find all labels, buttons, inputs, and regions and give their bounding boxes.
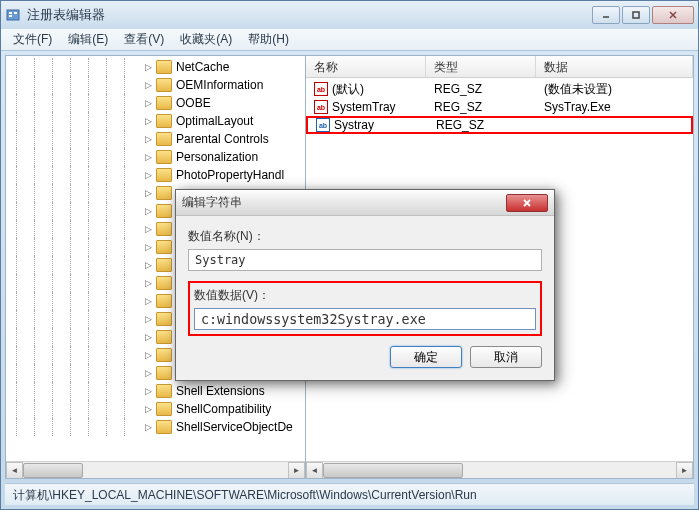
tree-item[interactable]: ▷NetCache [8,58,303,76]
tree-hscrollbar[interactable]: ◄ ► [6,461,305,478]
tree-label: OOBE [176,96,211,110]
expander-icon[interactable]: ▷ [142,241,154,253]
expander-icon[interactable]: ▷ [142,169,154,181]
list-row[interactable]: abSystemTrayREG_SZSysTray.Exe [306,98,693,116]
list-header: 名称 类型 数据 [306,56,693,78]
expander-icon[interactable]: ▷ [142,421,154,433]
string-value-icon: ab [314,100,328,114]
folder-icon [156,420,172,434]
folder-icon [156,204,172,218]
svg-rect-3 [14,12,17,14]
svg-rect-2 [9,15,12,17]
value-data-input[interactable] [194,308,536,330]
app-icon [5,7,21,23]
list-row[interactable]: ab(默认)REG_SZ(数值未设置) [306,80,693,98]
tree-label: Personalization [176,150,258,164]
menu-help[interactable]: 帮助(H) [240,29,297,50]
dialog-titlebar[interactable]: 编辑字符串 [176,190,554,216]
tree-item[interactable]: ▷OOBE [8,94,303,112]
list-hscrollbar[interactable]: ◄ ► [306,461,693,478]
expander-icon[interactable]: ▷ [142,133,154,145]
folder-icon [156,276,172,290]
minimize-button[interactable] [592,6,620,24]
scroll-left-icon[interactable]: ◄ [6,462,23,479]
tree-label: PhotoPropertyHandl [176,168,284,182]
tree-item[interactable]: ▷Parental Controls [8,130,303,148]
svg-rect-0 [7,10,19,20]
tree-item[interactable]: ▷OptimalLayout [8,112,303,130]
expander-icon[interactable]: ▷ [142,331,154,343]
expander-icon[interactable]: ▷ [142,367,154,379]
value-name-label: 数值名称(N)： [188,228,542,245]
value-data-label: 数值数据(V)： [194,287,536,304]
expander-icon[interactable]: ▷ [142,79,154,91]
expander-icon[interactable]: ▷ [142,403,154,415]
menu-file[interactable]: 文件(F) [5,29,60,50]
col-name[interactable]: 名称 [306,56,426,77]
expander-icon[interactable]: ▷ [142,223,154,235]
scroll-right-icon[interactable]: ► [676,462,693,479]
value-data: SysTray.Exe [536,100,693,114]
expander-icon[interactable]: ▷ [142,61,154,73]
folder-icon [156,186,172,200]
expander-icon[interactable]: ▷ [142,97,154,109]
col-data[interactable]: 数据 [536,56,693,77]
col-type[interactable]: 类型 [426,56,536,77]
expander-icon[interactable]: ▷ [142,277,154,289]
menu-edit[interactable]: 编辑(E) [60,29,116,50]
scroll-thumb[interactable] [23,463,83,478]
tree-item[interactable]: ▷Shell Extensions [8,382,303,400]
tree-item[interactable]: ▷OEMInformation [8,76,303,94]
expander-icon[interactable]: ▷ [142,187,154,199]
tree-label: ShellServiceObjectDe [176,420,293,434]
expander-icon[interactable]: ▷ [142,385,154,397]
value-name: SystemTray [332,100,396,114]
dialog-title: 编辑字符串 [182,194,506,211]
window-controls [592,6,694,24]
menubar: 文件(F) 编辑(E) 查看(V) 收藏夹(A) 帮助(H) [1,29,698,51]
dialog-close-button[interactable] [506,194,548,212]
expander-icon[interactable]: ▷ [142,295,154,307]
folder-icon [156,258,172,272]
folder-icon [156,222,172,236]
value-name-field[interactable]: Systray [188,249,542,271]
menu-favorites[interactable]: 收藏夹(A) [172,29,240,50]
cancel-button[interactable]: 取消 [470,346,542,368]
expander-icon[interactable]: ▷ [142,205,154,217]
tree-item[interactable]: ▷ShellServiceObjectDe [8,418,303,436]
ok-button[interactable]: 确定 [390,346,462,368]
window-title: 注册表编辑器 [27,6,592,24]
string-value-icon: ab [314,82,328,96]
folder-icon [156,150,172,164]
folder-icon [156,402,172,416]
maximize-button[interactable] [622,6,650,24]
close-button[interactable] [652,6,694,24]
tree-item[interactable]: ▷Personalization [8,148,303,166]
folder-icon [156,366,172,380]
statusbar: 计算机\HKEY_LOCAL_MACHINE\SOFTWARE\Microsof… [5,483,694,505]
value-name: Systray [334,118,374,132]
expander-icon[interactable]: ▷ [142,349,154,361]
scroll-left-icon[interactable]: ◄ [306,462,323,479]
list-body: ab(默认)REG_SZ(数值未设置)abSystemTrayREG_SZSys… [306,78,693,136]
tree-item[interactable]: ▷PhotoPropertyHandl [8,166,303,184]
tree-label: ShellCompatibility [176,402,271,416]
titlebar[interactable]: 注册表编辑器 [1,1,698,29]
highlighted-field: 数值数据(V)： [188,281,542,336]
tree-label: Parental Controls [176,132,269,146]
expander-icon[interactable]: ▷ [142,115,154,127]
tree-item[interactable]: ▷ShellCompatibility [8,400,303,418]
value-type: REG_SZ [428,118,538,132]
value-name: (默认) [332,81,364,98]
expander-icon[interactable]: ▷ [142,259,154,271]
menu-view[interactable]: 查看(V) [116,29,172,50]
tree-label: OptimalLayout [176,114,253,128]
list-row[interactable]: abSystrayREG_SZ [306,116,693,134]
expander-icon[interactable]: ▷ [142,313,154,325]
scroll-thumb[interactable] [323,463,463,478]
expander-icon[interactable]: ▷ [142,151,154,163]
svg-rect-1 [9,12,12,14]
scroll-right-icon[interactable]: ► [288,462,305,479]
folder-icon [156,60,172,74]
folder-icon [156,114,172,128]
